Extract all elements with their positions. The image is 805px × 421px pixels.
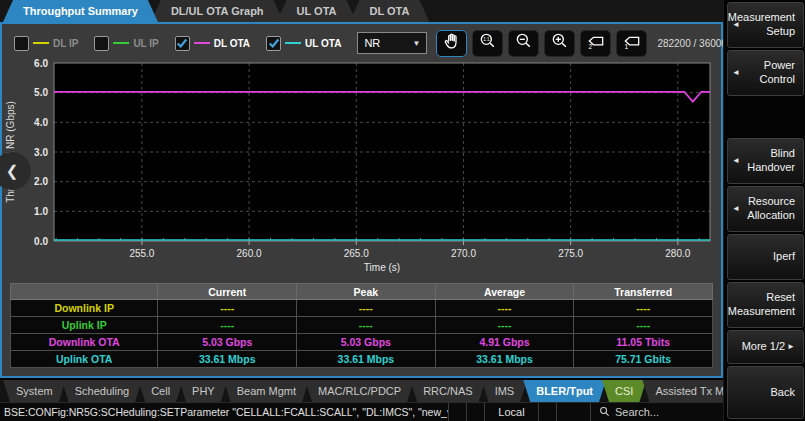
mode-indicator: Local <box>484 403 538 421</box>
svg-text:260.0: 260.0 <box>237 248 262 259</box>
softkey-measurement-setup[interactable]: ◄Measurement Setup <box>727 2 804 48</box>
row-value: ---- <box>297 317 436 334</box>
category-tab-system[interactable]: System <box>3 380 66 402</box>
category-tab-mac-rlc-pdcp[interactable]: MAC/RLC/PDCP <box>305 380 414 402</box>
graph-tab-throughput-summary[interactable]: Throughput Summary <box>3 0 158 22</box>
legend-checkbox[interactable] <box>94 36 109 51</box>
marker-1-icon: 1 <box>621 31 643 55</box>
chevron-left-icon: ❮ <box>6 162 19 180</box>
status-bar: BSE:CONFig:NR5G:SCHeduling:SETParameter … <box>0 402 723 421</box>
row-value: 5.03 Gbps <box>297 334 436 351</box>
category-tab-bar: SystemSchedulingCellPHYBeam MgmtMAC/RLC/… <box>0 380 723 402</box>
softkey-iperf[interactable]: Iperf <box>727 234 804 280</box>
legend-checkbox[interactable] <box>266 36 281 51</box>
table-header-cell: Transferred <box>574 284 713 300</box>
row-value: 33.61 Mbps <box>158 351 297 368</box>
zoom-out-button[interactable] <box>508 30 539 57</box>
marker-2-icon: 2 <box>585 31 607 55</box>
search-box[interactable]: Search... <box>590 403 723 421</box>
softkey-more-1-2[interactable]: More 1/2► <box>727 330 804 364</box>
category-tab-scheduling[interactable]: Scheduling <box>62 380 142 402</box>
softkey-panel: ◄Measurement Setup◄Power Control◄Blind H… <box>723 0 805 421</box>
scpi-command-text: BSE:CONFig:NR5G:SCHeduling:SETParameter … <box>0 406 448 418</box>
legend-checkbox[interactable] <box>175 36 190 51</box>
category-tab-rrc-nas[interactable]: RRC/NAS <box>410 380 486 402</box>
svg-text:2.0: 2.0 <box>34 176 48 187</box>
softkey-blind-handover[interactable]: ◄Blind Handover <box>727 138 804 184</box>
table-header-cell: Average <box>435 284 574 300</box>
row-value: ---- <box>574 300 713 317</box>
graph-tab-dl-ota[interactable]: DL OTA <box>350 0 430 22</box>
throughput-summary-panel: DL IPUL IPDL OTAUL OTA NR ▼ <box>0 22 723 378</box>
softkey-label: More 1/2 <box>742 340 785 354</box>
softkey-label: Power Control <box>740 59 795 87</box>
pan-tool-button[interactable] <box>436 30 467 57</box>
marker-2-button[interactable]: 2 <box>580 30 611 57</box>
softkey-label: Blind Handover <box>740 147 795 175</box>
legend-toolbar: DL IPUL IPDL OTAUL OTA NR ▼ <box>14 28 718 58</box>
legend-items: DL IPUL IPDL OTAUL OTA <box>14 36 357 51</box>
softkey-label: Iperf <box>773 250 795 264</box>
zoom-1to1-icon: 1:1 <box>478 31 498 55</box>
technology-select[interactable]: NR ▼ <box>357 32 427 54</box>
legend-line-swatch <box>194 42 210 44</box>
zoom-out-icon <box>514 31 534 55</box>
softkey-label: Back <box>771 386 795 400</box>
status-cell-4 <box>556 403 590 421</box>
legend-item-dl-ip: DL IP <box>14 36 78 51</box>
category-tab-phy[interactable]: PHY <box>179 380 228 402</box>
row-label: Uplink IP <box>11 317 158 334</box>
table-header-row: CurrentPeakAverageTransferred <box>11 284 713 300</box>
row-value: ---- <box>574 317 713 334</box>
svg-text:1:1: 1:1 <box>483 37 490 42</box>
category-tab-beam-mgmt[interactable]: Beam Mgmt <box>224 380 309 402</box>
zoom-in-button[interactable] <box>544 30 575 57</box>
softkey-back[interactable]: Back <box>727 366 804 419</box>
main-column: Throughput SummaryDL/UL OTA GraphUL OTAD… <box>0 0 723 421</box>
svg-text:Time (s): Time (s) <box>364 262 400 273</box>
svg-text:270.0: 270.0 <box>451 248 476 259</box>
chevron-right-icon: ► <box>787 342 795 352</box>
legend-line-swatch <box>113 42 129 44</box>
table-row-downlink-ota: Downlink OTA5.03 Gbps5.03 Gbps4.91 Gbps1… <box>11 334 713 351</box>
row-value: 11.05 Tbits <box>574 334 713 351</box>
row-value: ---- <box>435 300 574 317</box>
softkey-reset-measurement[interactable]: Reset Measurement <box>727 282 804 328</box>
legend-label: DL IP <box>53 38 78 49</box>
table-row-uplink-ota: Uplink OTA33.61 Mbps33.61 Mbps33.61 Mbps… <box>11 351 713 368</box>
category-tab-bler-tput[interactable]: BLER/Tput <box>523 380 606 402</box>
zoom-1to1-button[interactable]: 1:1 <box>472 30 503 57</box>
legend-item-ul-ota: UL OTA <box>266 36 341 51</box>
category-tab-ims[interactable]: IMS <box>482 380 528 402</box>
legend-label: UL OTA <box>305 38 341 49</box>
svg-text:1.0: 1.0 <box>34 206 48 217</box>
row-label: Downlink OTA <box>11 334 158 351</box>
chevron-left-icon: ◄ <box>732 20 740 30</box>
softkey-resource-allocation[interactable]: ◄Resource Allocation <box>727 186 804 232</box>
row-label: Uplink OTA <box>11 351 158 368</box>
marker-1-button[interactable]: 1 <box>616 30 647 57</box>
legend-checkbox[interactable] <box>14 36 29 51</box>
svg-text:265.0: 265.0 <box>344 248 369 259</box>
category-tab-csi[interactable]: CSI <box>602 380 646 402</box>
graph-tab-bar: Throughput SummaryDL/UL OTA GraphUL OTAD… <box>0 0 723 22</box>
status-cell-2 <box>466 403 484 421</box>
row-value: 33.61 Mbps <box>297 351 436 368</box>
graph-tab-ul-ota[interactable]: UL OTA <box>277 0 357 22</box>
legend-label: UL IP <box>133 38 158 49</box>
row-value: 5.03 Gbps <box>158 334 297 351</box>
svg-text:2: 2 <box>588 43 592 50</box>
row-value: ---- <box>158 317 297 334</box>
graph-tab-dl-ul-ota-graph[interactable]: DL/UL OTA Graph <box>151 0 284 22</box>
svg-text:0.0: 0.0 <box>34 236 48 247</box>
svg-text:275.0: 275.0 <box>558 248 583 259</box>
category-tab-cell[interactable]: Cell <box>138 380 183 402</box>
legend-item-ul-ip: UL IP <box>94 36 158 51</box>
sample-counter: 282200 / 360000 <box>657 38 732 49</box>
chevron-down-icon: ▼ <box>412 39 420 48</box>
softkey-power-control[interactable]: ◄Power Control <box>727 50 804 96</box>
svg-text:6.0: 6.0 <box>34 59 48 69</box>
table-header-cell: Current <box>158 284 297 300</box>
legend-line-swatch <box>285 42 301 44</box>
throughput-chart[interactable]: 0.01.02.03.04.05.06.0255.0260.0265.0270.… <box>4 59 718 279</box>
